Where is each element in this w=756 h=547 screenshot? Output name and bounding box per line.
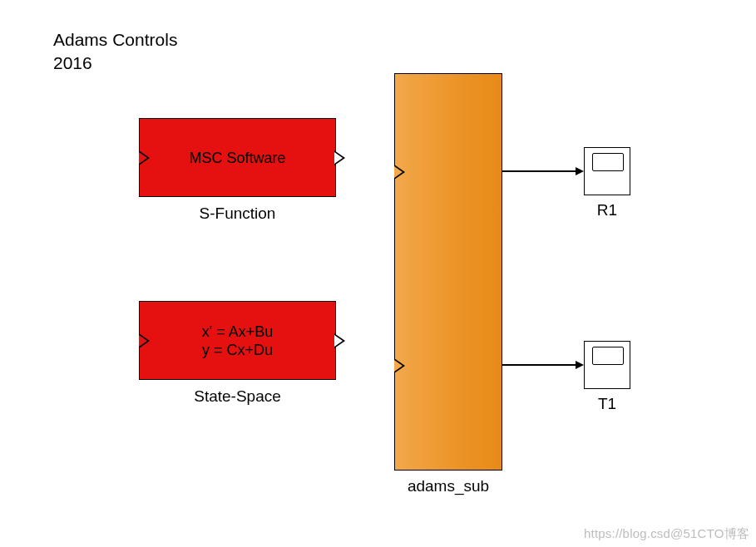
signal-wire <box>502 364 577 366</box>
scope-r1-label: R1 <box>584 201 630 219</box>
statespace-line1: x' = Ax+Bu <box>202 323 274 340</box>
signal-wire <box>502 170 577 172</box>
scope-screen-icon <box>592 153 624 171</box>
arrowhead-icon <box>576 361 584 369</box>
input-port-fill-icon <box>394 166 403 178</box>
title-line2: 2016 <box>53 53 92 72</box>
output-port-fill-icon <box>334 335 343 347</box>
title-line1: Adams Controls <box>53 30 177 49</box>
statespace-line2: y = Cx+Du <box>202 342 273 358</box>
adams-sub-block[interactable] <box>394 73 502 471</box>
output-port-fill-icon <box>334 152 343 164</box>
scope-t1[interactable] <box>584 341 630 389</box>
input-port-fill-icon <box>139 152 147 164</box>
input-port-fill-icon <box>139 335 147 347</box>
arrowhead-icon <box>576 167 584 175</box>
sfunction-text: MSC Software <box>140 150 335 167</box>
sfunction-caption: S-Function <box>139 205 336 223</box>
adams-sub-caption: adams_sub <box>394 477 502 495</box>
sfunction-block[interactable]: MSC Software <box>139 118 336 197</box>
scope-r1[interactable] <box>584 147 630 195</box>
scope-t1-label: T1 <box>584 395 630 413</box>
statespace-caption: State-Space <box>139 387 336 406</box>
statespace-text: x' = Ax+Bu y = Cx+Du <box>140 323 335 360</box>
statespace-block[interactable]: x' = Ax+Bu y = Cx+Du <box>139 301 336 380</box>
diagram-title: Adams Controls 2016 <box>53 28 177 76</box>
input-port-fill-icon <box>394 360 403 372</box>
scope-screen-icon <box>592 347 624 365</box>
watermark-text: https://blog.csd@51CTO博客 <box>584 526 749 542</box>
